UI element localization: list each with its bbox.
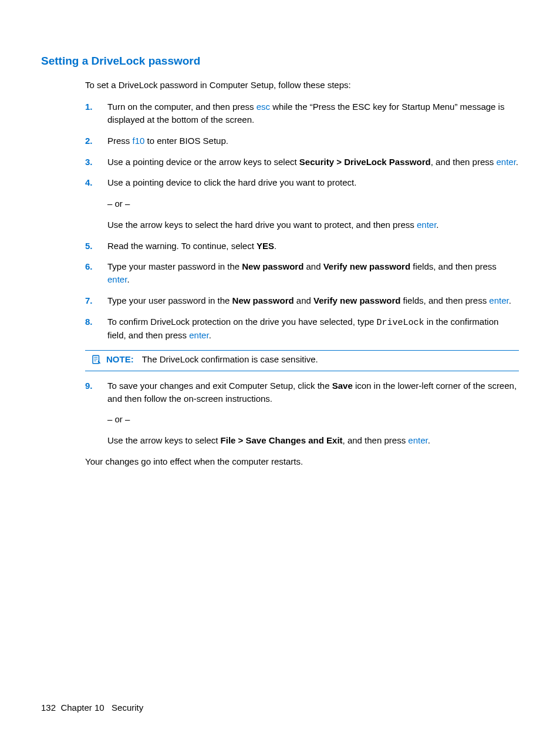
note-text: The DriveLock confirmation is case sensi… [142, 353, 519, 366]
step-number: 6. [85, 260, 107, 286]
section-heading: Setting a DriveLock password [41, 53, 519, 69]
note-label: NOTE: [106, 353, 134, 366]
key-f10: f10 [133, 136, 145, 146]
step-9: 9. To save your changes and exit Compute… [85, 379, 519, 447]
page-number: 132 [41, 703, 56, 713]
key-enter: enter [408, 435, 427, 445]
step-6: 6. Type your master password in the New … [85, 260, 519, 286]
step-8: 8. To confirm DriveLock protection on th… [85, 315, 519, 342]
step-2: 2. Press f10 to enter BIOS Setup. [85, 135, 519, 147]
chapter-label: Chapter 10 Security [60, 703, 143, 713]
step-1: 1. Turn on the computer, and then press … [85, 100, 519, 126]
step-number: 1. [85, 100, 107, 126]
key-enter: enter [189, 330, 208, 340]
step-3: 3. Use a pointing device or the arrow ke… [85, 156, 519, 169]
step-text: Type your user password in the New passw… [107, 294, 519, 307]
key-enter: enter [107, 274, 127, 284]
step-7: 7. Type your user password in the New pa… [85, 294, 519, 307]
step-5: 5. Read the warning. To continue, select… [85, 240, 519, 253]
key-esc: esc [257, 102, 270, 112]
ordered-list: 1. Turn on the computer, and then press … [85, 100, 519, 342]
step-text: Use the arrow keys to select the hard dr… [107, 219, 519, 231]
step-number: 2. [85, 135, 107, 147]
or-divider: – or – [107, 197, 519, 210]
page-footer: 132 Chapter 10 Security [41, 701, 143, 714]
svg-rect-0 [93, 355, 99, 364]
step-text: Press f10 to enter BIOS Setup. [107, 135, 519, 147]
step-number: 9. [85, 379, 107, 447]
step-text: Turn on the computer, and then press esc… [107, 100, 519, 126]
step-4: 4. Use a pointing device to click the ha… [85, 176, 519, 231]
or-divider: – or – [107, 413, 519, 426]
step-number: 5. [85, 240, 107, 253]
step-text: To confirm DriveLock protection on the d… [107, 315, 519, 342]
step-text: To save your changes and exit Computer S… [107, 379, 519, 405]
step-text: Read the warning. To continue, select YE… [107, 240, 519, 253]
note-icon [91, 354, 102, 368]
step-number: 8. [85, 315, 107, 342]
step-text: Type your master password in the New pas… [107, 260, 519, 286]
step-text: Use a pointing device or the arrow keys … [107, 156, 519, 169]
ordered-list-cont: 9. To save your changes and exit Compute… [85, 379, 519, 447]
note-callout: NOTE: The DriveLock confirmation is case… [85, 350, 519, 371]
key-enter: enter [489, 295, 508, 305]
step-text: Use a pointing device to click the hard … [107, 176, 519, 189]
step-number: 3. [85, 156, 107, 169]
step-text: Use the arrow keys to select File > Save… [107, 434, 519, 447]
closing-text: Your changes go into effect when the com… [85, 455, 519, 468]
step-number: 7. [85, 294, 107, 307]
key-enter: enter [496, 157, 515, 167]
intro-text: To set a DriveLock password in Computer … [85, 79, 519, 92]
code-text: DriveLock [377, 318, 424, 328]
step-number: 4. [85, 176, 107, 231]
key-enter: enter [417, 220, 436, 230]
